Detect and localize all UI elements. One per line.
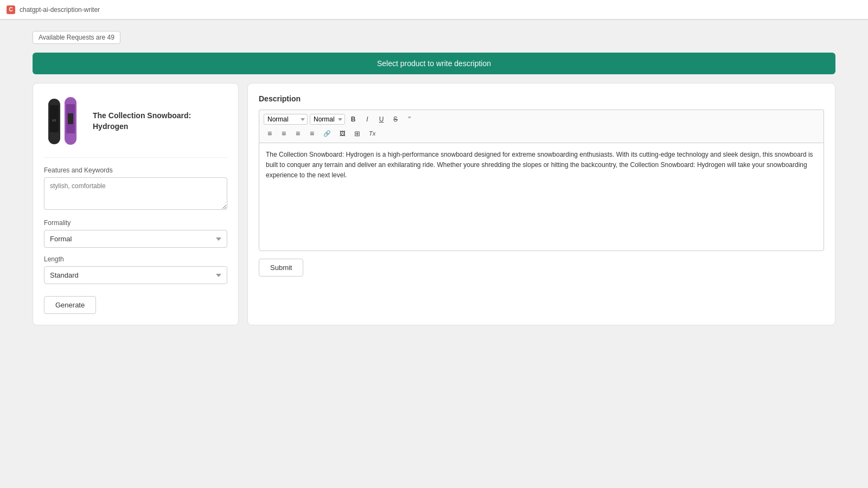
submit-button[interactable]: Submit [259, 259, 303, 277]
length-select[interactable]: Standard Short Long [44, 266, 227, 284]
features-label: Features and Keywords [44, 166, 227, 174]
product-image: K2 [44, 94, 82, 149]
quote-button[interactable]: " [404, 113, 416, 125]
bold-button[interactable]: B [347, 113, 359, 125]
product-title: The Collection Snowboard: Hydrogen [93, 111, 227, 132]
description-title: Description [259, 94, 824, 103]
table-button[interactable] [351, 127, 363, 139]
formality-group: Formality Formal Informal Casual [44, 219, 227, 248]
features-input[interactable] [44, 177, 227, 210]
app-title: chatgpt-ai-description-writer [20, 6, 100, 14]
align-justify-button[interactable]: ≡ [306, 127, 318, 139]
format-select-1[interactable]: Normal Heading 1 Heading 2 [264, 114, 308, 125]
clear-format-button[interactable] [366, 127, 379, 139]
formality-select[interactable]: Formal Informal Casual [44, 230, 227, 248]
product-header: K2 The Collection Snowboard: Hydrogen [44, 94, 227, 158]
underline-button[interactable]: U [375, 113, 387, 125]
header-bar: Select product to write description [33, 53, 835, 74]
main-content: Available Requests are 49 Select product… [0, 20, 868, 336]
editor-area[interactable]: The Collection Snowboard: Hydrogen is a … [259, 143, 824, 251]
svg-rect-5 [68, 113, 73, 124]
image-button[interactable] [336, 127, 349, 139]
generate-button[interactable]: Generate [44, 296, 96, 314]
format-select-2[interactable]: Normal Small Large [310, 114, 345, 125]
link-button[interactable] [320, 127, 334, 139]
svg-text:K2: K2 [52, 119, 56, 122]
strikethrough-button[interactable]: S [390, 113, 401, 125]
editor-toolbar: Normal Heading 1 Heading 2 Normal Small … [259, 110, 824, 143]
requests-badge: Available Requests are 49 [33, 31, 120, 44]
left-card: K2 The Collection Snowboard: Hydrogen Fe… [33, 83, 239, 325]
length-label: Length [44, 255, 227, 263]
right-card: Description Normal Heading 1 Heading 2 N… [247, 83, 835, 325]
toolbar-row-1: Normal Heading 1 Heading 2 Normal Small … [264, 113, 819, 125]
formality-label: Formality [44, 219, 227, 227]
align-left-button[interactable]: ≡ [264, 127, 276, 139]
app-icon: C [7, 5, 15, 14]
length-group: Length Standard Short Long [44, 255, 227, 284]
toolbar-row-2: ≡ ≡ ≡ ≡ [264, 127, 819, 139]
title-bar: C chatgpt-ai-description-writer [0, 0, 868, 20]
align-right-button[interactable]: ≡ [292, 127, 304, 139]
align-center-button[interactable]: ≡ [278, 127, 290, 139]
italic-button[interactable]: I [361, 113, 373, 125]
features-group: Features and Keywords [44, 166, 227, 211]
two-column-layout: K2 The Collection Snowboard: Hydrogen Fe… [33, 83, 835, 325]
